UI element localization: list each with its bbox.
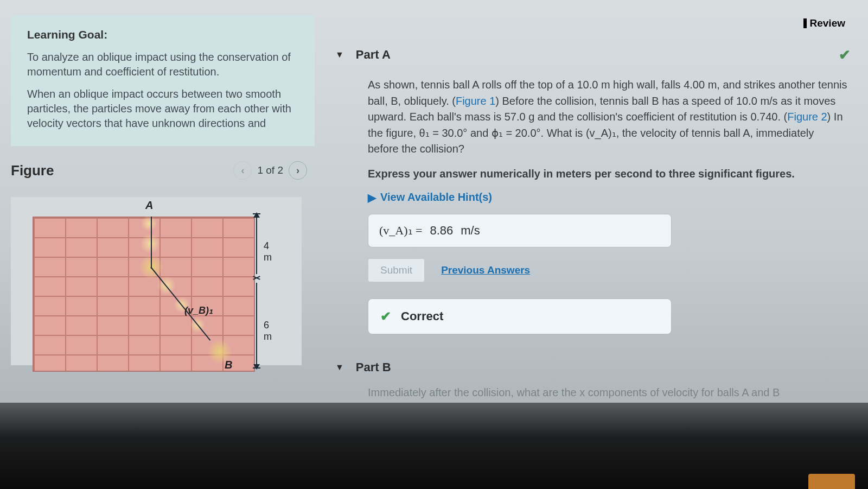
figure-pager: ‹ 1 of 2 ›: [233, 161, 307, 180]
caret-down-icon: ▼: [335, 50, 344, 60]
figure-page-indicator: 1 of 2: [257, 164, 283, 176]
part-b-title: Part B: [356, 360, 391, 374]
figure-title: Figure: [11, 162, 54, 179]
learning-goal-text-1: To analyze an oblique impact using the c…: [27, 50, 302, 79]
part-a-header[interactable]: ▼ Part A ✔: [319, 17, 855, 62]
learning-goal-heading: Learning Goal:: [27, 28, 302, 41]
figure-dim-4m: 4 m: [264, 240, 278, 263]
vector-a-line: [151, 217, 152, 269]
view-hints-label: View Available Hint(s): [380, 191, 492, 204]
orange-tab: [808, 474, 855, 489]
figure-dim-6m: 6 m: [264, 320, 278, 342]
answer-display: (v_A)₁ = 8.86 m/s: [368, 214, 672, 247]
part-a-title: Part A: [356, 48, 391, 62]
caret-right-icon: ▶: [368, 191, 376, 204]
part-b-teaser: Immediately after the collision, what ar…: [319, 374, 855, 399]
view-hints-toggle[interactable]: ▶ View Available Hint(s): [319, 182, 855, 204]
answer-value: 8.86: [430, 224, 453, 238]
figure-1-link[interactable]: Figure 1: [456, 95, 495, 107]
desk-foreground: [0, 403, 868, 489]
check-icon: ✔: [380, 309, 391, 324]
figure-prev-button[interactable]: ‹: [233, 161, 252, 180]
figure-dimensions: 4 m 6 m: [251, 213, 278, 369]
review-label: Review: [810, 17, 845, 29]
figure-label-vb1: (v_B)₁: [184, 304, 213, 316]
figure-header: Figure ‹ 1 of 2 ›: [11, 161, 315, 180]
answer-unit: m/s: [461, 224, 480, 238]
express-instruction: Express your answer numerically in meter…: [368, 166, 847, 182]
figure-2-link[interactable]: Figure 2: [787, 111, 827, 123]
correct-feedback: ✔ Correct: [368, 299, 672, 334]
correct-label: Correct: [401, 309, 443, 323]
learning-goal-panel: Learning Goal: To analyze an oblique imp…: [11, 15, 315, 146]
ball-a-trail: [141, 215, 157, 232]
part-a-body: As shown, tennis ball A rolls off the to…: [319, 62, 855, 182]
figure-image: A (v_B)₁ B 4 m: [11, 197, 302, 365]
check-icon: ✔: [839, 47, 851, 63]
flag-icon: [803, 18, 807, 28]
ball-a-trail: [141, 233, 159, 255]
figure-label-b: B: [225, 359, 232, 371]
part-b-header[interactable]: ▼ Part B: [319, 334, 855, 374]
learning-goal-text-2: When an oblique impact occurs between tw…: [27, 87, 302, 131]
submit-button[interactable]: Submit: [368, 258, 425, 282]
figure-next-button[interactable]: ›: [289, 161, 307, 180]
answer-symbol: (v_A)₁ =: [379, 224, 422, 238]
previous-answers-link[interactable]: Previous Answers: [441, 264, 530, 276]
caret-down-icon: ▼: [335, 363, 344, 372]
figure-label-a: A: [145, 199, 153, 212]
review-link[interactable]: Review: [803, 17, 845, 29]
